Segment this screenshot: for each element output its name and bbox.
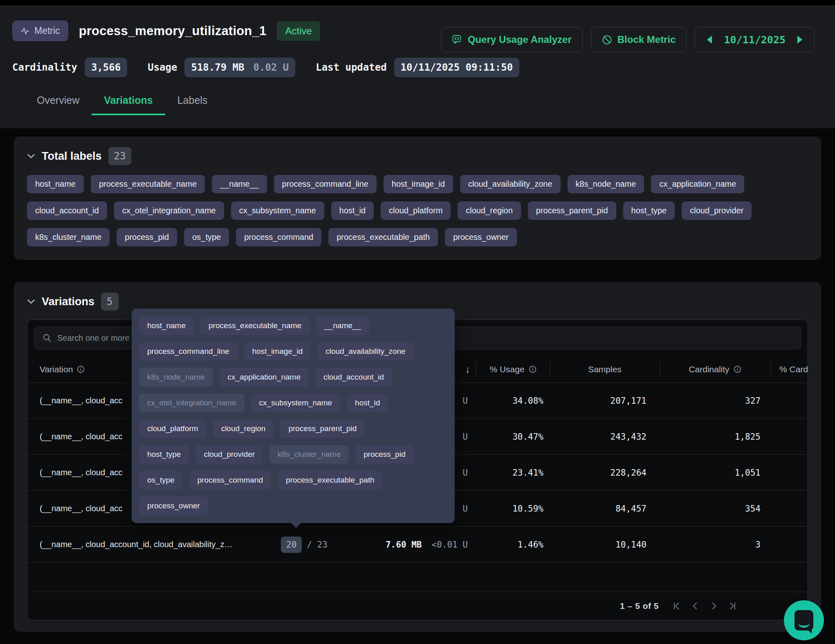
chat-code-icon — [452, 34, 462, 45]
tab-labels[interactable]: Labels — [165, 94, 220, 115]
label-chip[interactable]: host_type — [623, 201, 675, 220]
pagination-controls — [671, 601, 738, 611]
last-page-icon[interactable] — [727, 601, 738, 611]
popup-label-chip: cx_otel_integration_name — [139, 394, 245, 412]
label-chip[interactable]: host_name — [27, 175, 84, 193]
chevron-down-icon[interactable] — [27, 299, 35, 304]
labels-count-badge[interactable]: 20 — [281, 537, 302, 553]
chevron-down-icon[interactable] — [27, 153, 35, 159]
popup-label-chip: process_parent_pid — [280, 419, 365, 438]
label-chip[interactable]: process_executable_name — [91, 175, 205, 193]
label-chip-row: host_nameprocess_executable_name__name__… — [27, 175, 808, 193]
label-chip[interactable]: cloud_region — [458, 201, 521, 220]
samples-value: 243,432 — [550, 419, 660, 454]
usage-units: 0.02 U — [254, 62, 289, 73]
label-chip[interactable]: host_id — [331, 201, 374, 220]
label-chip[interactable]: process_command_line — [274, 175, 377, 193]
usage-units: U — [462, 468, 468, 478]
search-icon — [43, 333, 52, 342]
label-chip[interactable]: k8s_cluster_name — [27, 228, 110, 246]
usage-units: U — [462, 396, 468, 406]
label-chip[interactable]: cloud_platform — [381, 201, 451, 220]
table-empty-row — [27, 563, 808, 592]
cardinality-value: 3,566 — [85, 58, 127, 77]
column-header-pct-cardinality[interactable]: % Card — [770, 356, 808, 382]
popup-label-chip: host_name — [139, 316, 194, 335]
label-chip[interactable]: cx_application_name — [651, 175, 744, 193]
popup-label-chip: k8s_node_name — [139, 368, 213, 387]
label-chip[interactable]: host_image_id — [384, 175, 453, 193]
column-header-samples[interactable]: Samples — [550, 356, 660, 382]
chat-bubble-icon — [795, 610, 813, 631]
block-icon — [602, 35, 612, 45]
popup-chip-row: process_owner — [139, 496, 447, 515]
popup-label-chip: cloud_platform — [139, 419, 207, 438]
popup-label-chip: cloud_region — [213, 419, 274, 438]
variation-row[interactable]: (__name__, cloud_account_id, cloud_avail… — [27, 527, 808, 563]
samples-value: 228,264 — [550, 455, 660, 490]
label-chip[interactable]: cloud_account_id — [27, 201, 107, 220]
label-chip[interactable]: k8s_node_name — [568, 175, 644, 193]
next-day-arrow-icon[interactable] — [796, 35, 804, 44]
info-icon[interactable] — [529, 365, 536, 373]
popup-chip-row: cloud_platformcloud_regionprocess_parent… — [139, 419, 447, 438]
usage-units: <0.01 U — [431, 540, 468, 550]
date-navigator[interactable]: 10/11/2025 — [695, 27, 815, 52]
variations-count-badge: 5 — [101, 293, 118, 311]
label-chip-row: cloud_account_idcx_otel_integration_name… — [27, 201, 808, 220]
label-chip[interactable]: process_owner — [445, 228, 517, 246]
cardinality-value: 327 — [660, 383, 770, 418]
usage-units: U — [462, 432, 468, 442]
popup-label-chip: cloud_account_id — [315, 368, 392, 387]
cardinality-label: Cardinality — [12, 62, 77, 73]
variations-title: Variations — [42, 295, 94, 308]
popup-label-chip: cx_application_name — [220, 368, 309, 387]
last-updated-value: 10/11/2025 09:11:50 — [394, 58, 520, 77]
label-chip[interactable]: cx_subsystem_name — [231, 201, 324, 220]
label-chip[interactable]: cloud_provider — [682, 201, 752, 220]
label-chip[interactable]: process_command — [236, 228, 321, 246]
popup-chip-row: host_typecloud_providerk8s_cluster_namep… — [139, 445, 447, 464]
sort-descending-icon[interactable]: ↓ — [465, 364, 470, 375]
popup-label-chip: process_executable_path — [278, 471, 383, 490]
popup-label-chip: cloud_provider — [195, 445, 263, 464]
previous-day-arrow-icon[interactable] — [706, 35, 713, 44]
label-chip[interactable]: process_parent_pid — [528, 201, 616, 220]
variation-name: (__name__, cloud_account_id, cloud_avail… — [27, 527, 281, 562]
popup-label-chip: cx_subsystem_name — [251, 394, 340, 412]
metric-type-badge: Metric — [12, 20, 68, 41]
label-chip[interactable]: process_executable_path — [328, 228, 438, 246]
popup-label-chip: __name__ — [316, 316, 369, 335]
popup-label-chip: host_id — [347, 394, 388, 412]
popup-chip-row: k8s_node_namecx_application_namecloud_ac… — [139, 368, 447, 387]
column-header-cardinality[interactable]: Cardinality — [660, 356, 770, 382]
label-chip[interactable]: os_type — [184, 228, 229, 246]
labels-count-cell: 20/ 23 — [281, 527, 363, 562]
label-chip[interactable]: cloud_availability_zone — [460, 175, 561, 193]
samples-value: 84,457 — [550, 491, 660, 526]
query-usage-analyzer-button[interactable]: Query Usage Analyzer — [441, 27, 583, 52]
popup-label-chip: cloud_availability_zone — [317, 342, 413, 361]
popup-label-chip: process_executable_name — [200, 316, 310, 335]
pct-cardinality-value — [770, 491, 808, 526]
total-labels-count-badge: 23 — [108, 147, 132, 165]
previous-page-icon[interactable] — [690, 601, 700, 611]
info-icon[interactable] — [77, 365, 85, 373]
popup-label-chip: k8s_cluster_name — [269, 445, 349, 464]
tab-overview[interactable]: Overview — [25, 94, 92, 115]
popup-label-chip: host_type — [139, 445, 189, 464]
label-chip[interactable]: process_pid — [117, 228, 177, 246]
next-page-icon[interactable] — [709, 601, 719, 611]
column-header-pct-usage[interactable]: % Usage — [476, 356, 550, 382]
label-chip[interactable]: cx_otel_integration_name — [114, 201, 224, 220]
popup-chip-row: os_typeprocess_commandprocess_executable… — [139, 471, 447, 490]
label-chip[interactable]: __name__ — [212, 175, 267, 193]
tab-variations[interactable]: Variations — [92, 94, 165, 115]
block-metric-button[interactable]: Block Metric — [591, 27, 687, 52]
info-icon[interactable] — [734, 365, 741, 373]
first-page-icon[interactable] — [671, 601, 682, 611]
popup-label-chip: process_command — [189, 471, 272, 490]
popup-chip-row: cx_otel_integration_namecx_subsystem_nam… — [139, 394, 447, 412]
pct-usage-value: 23.41% — [476, 455, 550, 490]
chat-launcher-button[interactable] — [784, 600, 824, 640]
